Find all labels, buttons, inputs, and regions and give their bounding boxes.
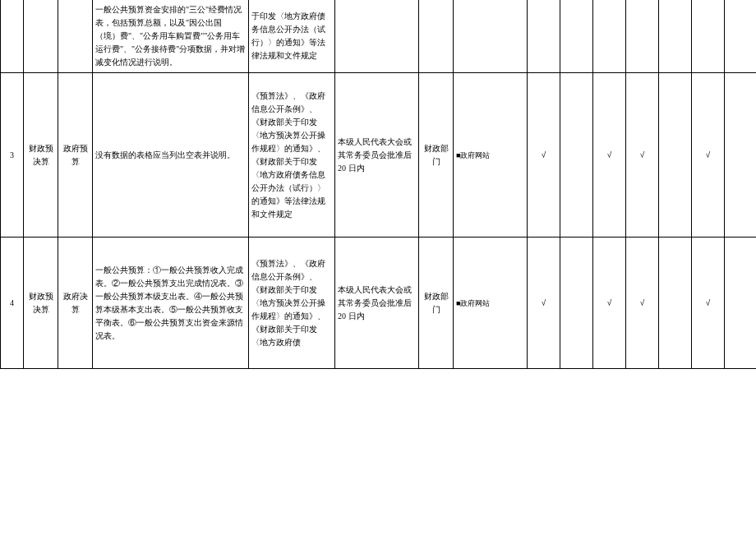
cell-content: 一般公共预算：①一般公共预算收入完成表。②一般公共预算支出完成情况表。③一般公共… <box>93 238 249 369</box>
cell-check: √ <box>692 73 725 238</box>
cell-check: √ <box>593 238 626 369</box>
cell-check <box>725 0 757 73</box>
cell-check: √ <box>528 73 560 238</box>
cell-time <box>335 0 419 73</box>
cell-check <box>626 0 659 73</box>
cell-subcategory <box>58 0 93 73</box>
cell-check <box>560 238 593 369</box>
cell-check <box>659 73 692 238</box>
table-row: 3 财政预决算 政府预算 没有数据的表格应当列出空表并说明。 《预算法》、《政府… <box>1 73 757 238</box>
cell-dept: 财政部门 <box>419 73 454 238</box>
cell-check <box>659 0 692 73</box>
cell-dept <box>419 0 454 73</box>
cell-check <box>692 0 725 73</box>
budget-disclosure-table: 一般公共预算资金安排的"三公"经费情况表，包括预算总额，以及"因公出国（境）费"… <box>0 0 756 369</box>
cell-check: √ <box>692 238 725 369</box>
cell-check: √ <box>626 73 659 238</box>
cell-num <box>1 0 24 73</box>
cell-time: 本级人民代表大会或其常务委员会批准后 20 日内 <box>335 238 419 369</box>
cell-check: √ <box>593 73 626 238</box>
cell-check: √ <box>626 238 659 369</box>
cell-num: 4 <box>1 238 24 369</box>
cell-subcategory: 政府预算 <box>58 73 93 238</box>
cell-check: √ <box>528 238 560 369</box>
cell-content: 没有数据的表格应当列出空表并说明。 <box>93 73 249 238</box>
cell-channel: ■政府网站 <box>454 238 528 369</box>
cell-category: 财政预决算 <box>24 238 58 369</box>
cell-num: 3 <box>1 73 24 238</box>
cell-check <box>560 0 593 73</box>
cell-content: 一般公共预算资金安排的"三公"经费情况表，包括预算总额，以及"因公出国（境）费"… <box>93 0 249 73</box>
cell-channel <box>454 0 528 73</box>
cell-check <box>659 238 692 369</box>
cell-basis: 《预算法》、《政府信息公开条例》、《财政部关于印发〈地方预决算公开操作规程〉的通… <box>249 238 335 369</box>
cell-check <box>593 0 626 73</box>
cell-check <box>528 0 560 73</box>
cell-check <box>560 73 593 238</box>
cell-time: 本级人民代表大会或其常务委员会批准后 20 日内 <box>335 73 419 238</box>
cell-subcategory: 政府决算 <box>58 238 93 369</box>
cell-basis: 《预算法》、《政府信息公开条例》、《财政部关于印发〈地方预决算公开操作规程〉的通… <box>249 73 335 238</box>
cell-dept: 财政部门 <box>419 238 454 369</box>
cell-basis: 于印发〈地方政府债务信息公开办法（试行）〉的通知》等法律法规和文件规定 <box>249 0 335 73</box>
cell-category <box>24 0 58 73</box>
cell-check <box>725 238 757 369</box>
table-row: 一般公共预算资金安排的"三公"经费情况表，包括预算总额，以及"因公出国（境）费"… <box>1 0 757 73</box>
table-row: 4 财政预决算 政府决算 一般公共预算：①一般公共预算收入完成表。②一般公共预算… <box>1 238 757 369</box>
cell-category: 财政预决算 <box>24 73 58 238</box>
cell-check <box>725 73 757 238</box>
cell-channel: ■政府网站 <box>454 73 528 238</box>
